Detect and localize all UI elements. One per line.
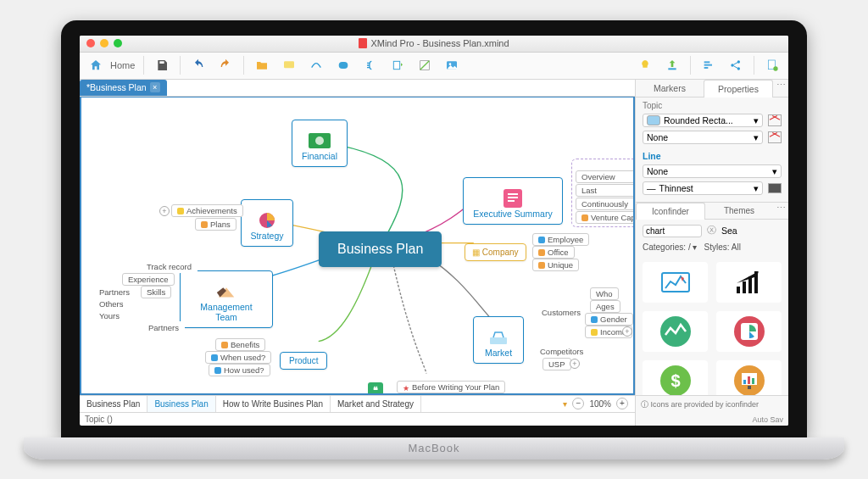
- sheet-tab[interactable]: Business Plan: [147, 396, 215, 412]
- sub-partners1[interactable]: Partners: [93, 286, 136, 298]
- share-button[interactable]: [726, 56, 745, 75]
- sub-experience[interactable]: Experience: [122, 273, 175, 286]
- boundary-button[interactable]: [334, 56, 353, 75]
- clear-search-icon[interactable]: ⓧ: [707, 225, 716, 237]
- undo-button[interactable]: [189, 56, 208, 75]
- sub-office[interactable]: Office: [532, 246, 575, 259]
- save-button[interactable]: [153, 56, 171, 75]
- image-button[interactable]: [442, 56, 461, 75]
- tab-themes[interactable]: Themes: [705, 203, 773, 219]
- sub-customers[interactable]: Customers: [536, 306, 587, 319]
- sub-achievements[interactable]: Achievements: [171, 204, 243, 217]
- close-tab-icon[interactable]: ×: [150, 82, 160, 92]
- panel-menu-icon[interactable]: ⋯: [773, 80, 788, 97]
- sheet-tab[interactable]: Business Plan: [80, 396, 147, 412]
- expand-toggle[interactable]: +: [570, 359, 580, 369]
- line-style-select[interactable]: None▾: [643, 164, 782, 178]
- note-button[interactable]: [280, 56, 298, 75]
- sheet-tab[interactable]: Market and Strategy: [331, 396, 421, 412]
- central-topic[interactable]: Business Plan: [319, 231, 442, 267]
- icon-result[interactable]: [643, 262, 708, 303]
- tab-properties[interactable]: Properties: [704, 80, 773, 97]
- styles-select[interactable]: All: [732, 242, 741, 252]
- sub-gender[interactable]: Gender: [585, 313, 633, 326]
- tab-iconfinder[interactable]: Iconfinder: [636, 203, 705, 220]
- svg-point-10: [731, 64, 733, 66]
- node-company[interactable]: ▦ Company: [465, 243, 526, 261]
- svg-point-12: [737, 67, 740, 70]
- expand-toggle[interactable]: +: [159, 206, 170, 216]
- icon-result[interactable]: [716, 311, 782, 352]
- node-management-team[interactable]: Management Team: [180, 270, 273, 328]
- export-button[interactable]: [663, 56, 682, 75]
- panel-menu-icon[interactable]: ⋯: [773, 203, 788, 219]
- sub-unique[interactable]: Unique: [532, 259, 579, 271]
- relationship-button[interactable]: [307, 56, 326, 75]
- open-folder-button[interactable]: [253, 56, 271, 75]
- summary-button[interactable]: [361, 56, 380, 75]
- sub-yours[interactable]: Yours: [93, 309, 125, 322]
- svg-point-5: [449, 63, 452, 65]
- node-strategy[interactable]: Strategy: [241, 199, 293, 247]
- sub-who[interactable]: Who: [590, 287, 619, 300]
- icon-result[interactable]: [716, 262, 782, 303]
- node-financial[interactable]: Financial: [292, 120, 348, 167]
- icon-result[interactable]: $: [643, 360, 708, 395]
- sub-overview[interactable]: Overview: [576, 170, 635, 183]
- icon-search-input[interactable]: [643, 225, 702, 237]
- sub-last[interactable]: Last: [576, 184, 635, 197]
- gantt-button[interactable]: [699, 56, 718, 75]
- new-sheet-button[interactable]: [763, 56, 782, 75]
- node-market[interactable]: Market: [473, 316, 524, 364]
- svg-rect-0: [284, 61, 294, 68]
- expand-toggle[interactable]: +: [622, 326, 632, 337]
- cart-icon: [487, 329, 509, 346]
- shape-select[interactable]: Rounded Recta...▾: [643, 114, 763, 127]
- sub-continuously[interactable]: Continuously: [576, 198, 635, 210]
- node-product[interactable]: Product: [280, 352, 327, 370]
- drillthrough-button[interactable]: [415, 56, 434, 75]
- redo-button[interactable]: [216, 56, 235, 75]
- filter-icon[interactable]: ▾: [563, 399, 567, 409]
- icon-result[interactable]: [643, 311, 708, 352]
- line-weight-select[interactable]: — Thinnest▾: [643, 181, 763, 195]
- sub-how[interactable]: How used?: [209, 364, 270, 376]
- sub-competitors[interactable]: Competitors: [534, 345, 589, 358]
- sub-when[interactable]: When used?: [205, 351, 271, 364]
- line-color-swatch[interactable]: [768, 183, 782, 193]
- svg-rect-1: [339, 62, 348, 69]
- sub-others[interactable]: Others: [93, 298, 130, 310]
- zoom-out-button[interactable]: −: [572, 398, 584, 409]
- fill-select[interactable]: None▾: [643, 131, 763, 144]
- sub-ages[interactable]: Ages: [590, 300, 620, 313]
- search-button[interactable]: Sea: [721, 226, 737, 236]
- sub-usp[interactable]: USP: [542, 358, 571, 370]
- home-button[interactable]: [86, 56, 105, 75]
- sub-employee[interactable]: Employee: [532, 233, 589, 246]
- clear-shape-button[interactable]: [768, 114, 782, 126]
- tab-markers[interactable]: Markers: [636, 80, 704, 97]
- svg-rect-24: [737, 287, 740, 293]
- icon-result[interactable]: [716, 360, 782, 395]
- sub-venture[interactable]: Venture Capitalists: [576, 211, 635, 224]
- iconfinder-attribution: ⓘ Icons are provided by iconfinder: [636, 395, 788, 414]
- node-label: Company: [482, 248, 519, 257]
- zoom-in-button[interactable]: +: [616, 398, 628, 409]
- categories-select[interactable]: / ▾: [688, 242, 698, 252]
- status-text: Topic (): [85, 415, 113, 424]
- sub-partners2[interactable]: Partners: [142, 321, 185, 334]
- node-executive-summary[interactable]: Executive Summary: [463, 177, 563, 225]
- document-tab[interactable]: *Business Plan ×: [80, 80, 167, 96]
- floating-howlong[interactable]: How Long Should Your Plan Be?: [397, 394, 535, 395]
- mindmap-canvas[interactable]: Business Plan Financial: [80, 97, 635, 395]
- idea-button[interactable]: [636, 56, 654, 75]
- document-tab-label: *Business Plan: [86, 82, 147, 92]
- sub-benefits[interactable]: Benefits: [215, 338, 265, 351]
- sheet-tab[interactable]: How to Write Busines Plan: [216, 396, 331, 412]
- sub-plans[interactable]: Plans: [195, 218, 236, 231]
- sub-track[interactable]: Track record: [141, 260, 198, 273]
- floating-before[interactable]: ★Before Writing Your Plan: [397, 381, 505, 393]
- clear-fill-button[interactable]: [768, 131, 782, 143]
- sub-skills[interactable]: Skills: [141, 286, 171, 298]
- attach-button[interactable]: [388, 56, 407, 75]
